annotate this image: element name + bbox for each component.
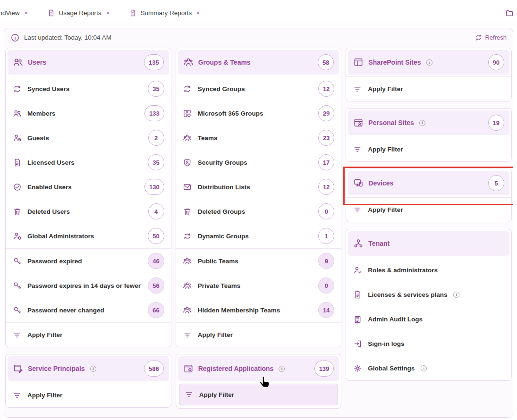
filter-icon — [184, 390, 194, 399]
refresh-button[interactable]: Refresh — [475, 34, 507, 41]
users-icon — [13, 57, 23, 67]
list-item[interactable]: Admin Audit Logs — [346, 307, 511, 331]
tab-summary-reports[interactable]: Summary Reports — [129, 9, 200, 17]
column-1: Users135Synced Users35Members133Guests2L… — [5, 48, 171, 409]
list-item[interactable]: Global Administrators50 — [6, 224, 171, 248]
list-item[interactable]: Licensed Users35 — [6, 150, 171, 175]
filter-icon — [353, 206, 362, 214]
card-header-tenant[interactable]: Tenant — [348, 231, 509, 256]
list-item[interactable]: Deleted Groups0 — [176, 199, 341, 224]
list-item[interactable]: Password never changed66 — [6, 298, 171, 322]
gear-icon — [353, 364, 362, 373]
serviceprincipal-icon — [13, 363, 23, 374]
apply-filter-button[interactable]: Apply Filter — [6, 322, 171, 347]
item-label: Admin Audit Logs — [368, 316, 423, 323]
card-header-devices[interactable]: Devices5 — [348, 171, 509, 195]
card-header-personal-sites[interactable]: Personal Sitesi19 — [348, 110, 509, 135]
count-badge: 17 — [318, 154, 334, 170]
column-2: Groups & Teams58Synced Groups12Microsoft… — [176, 48, 342, 409]
card-header-registered-applications[interactable]: Registered Applicationsi139 — [178, 356, 339, 381]
card-header-service-principals[interactable]: Service Principalsi586 — [8, 356, 169, 381]
list-item[interactable]: Deleted Users4 — [6, 199, 171, 224]
apply-filter-button[interactable]: Apply Filter — [346, 76, 511, 101]
list-item[interactable]: Sign-in logs — [346, 331, 511, 356]
trash-icon — [12, 207, 22, 216]
tab-bar: GridView Usage Reports Summary Reports C — [0, 3, 517, 23]
list-item[interactable]: Enabled Users130 — [6, 175, 171, 199]
list-item[interactable]: Guests2 — [6, 126, 171, 150]
item-label: Microsoft 365 Groups — [198, 110, 263, 117]
card-title: Users — [28, 59, 46, 66]
list-item[interactable]: Password expires in 14 days or fewer56 — [6, 273, 171, 298]
card-title: Personal Sites — [368, 119, 414, 126]
count-badge: 66 — [148, 302, 164, 318]
license-icon — [353, 290, 362, 299]
card-header-users[interactable]: Users135 — [8, 50, 169, 75]
item-label: Synced Groups — [198, 85, 245, 92]
tab-gridview[interactable]: GridView — [0, 9, 27, 17]
list-item[interactable]: Microsoft 365 Groups29 — [176, 101, 341, 126]
list-item[interactable]: Dynamic Groups1 — [176, 224, 341, 248]
item-label: Password never changed — [27, 307, 104, 314]
group-icon — [183, 306, 192, 315]
list-item[interactable]: Licenses & services plansi — [346, 282, 511, 307]
list-item[interactable]: Teams23 — [176, 126, 341, 150]
apply-filter-button[interactable]: Apply Filter — [346, 137, 511, 161]
list-item[interactable]: Distribution Lists12 — [176, 175, 341, 199]
group-icon — [183, 57, 194, 67]
card-header-groups-teams[interactable]: Groups & Teams58 — [178, 50, 339, 75]
apply-filter-button[interactable]: Apply Filter — [6, 383, 171, 407]
count-badge: 133 — [144, 105, 164, 121]
filter-icon — [353, 85, 362, 93]
cards-area: Users135Synced Users35Members133Guests2L… — [4, 47, 513, 414]
card-service-principals: Service Principalsi586Apply Filter — [5, 354, 171, 408]
list-item[interactable]: Hidden Membership Teams14 — [176, 298, 341, 322]
list-item[interactable]: Synced Users35 — [6, 76, 171, 101]
trash-icon — [183, 207, 192, 216]
card-title: Service Principals — [28, 365, 85, 372]
apply-filter-button[interactable]: Apply Filter — [176, 322, 341, 347]
apply-filter-label: Apply Filter — [199, 391, 234, 398]
list-item[interactable]: Synced Groups12 — [176, 76, 341, 101]
item-label: Deleted Users — [27, 208, 70, 215]
tab-label: GridView — [0, 9, 20, 17]
info-icon[interactable]: i — [426, 59, 432, 66]
info-icon[interactable]: i — [279, 366, 285, 372]
card-header-sharepoint-sites[interactable]: SharePoint Sitesi90 — [348, 50, 509, 75]
card-section: Password expired46Password expires in 14… — [6, 248, 171, 322]
group-icon — [183, 281, 192, 290]
apply-filter-button[interactable]: Apply Filter — [179, 384, 339, 405]
tab-label: Usage Reports — [59, 9, 102, 17]
folder-icon — [505, 9, 514, 17]
people-icon — [12, 109, 22, 118]
list-item[interactable]: Public Teams9 — [176, 249, 341, 273]
info-icon[interactable]: i — [421, 365, 427, 371]
shield-icon — [183, 158, 192, 167]
card-devices: Devices5Apply Filter — [346, 168, 512, 222]
item-label: Dynamic Groups — [198, 233, 249, 240]
item-label: Security Groups — [198, 159, 247, 166]
tab-usage-reports[interactable]: Usage Reports — [47, 9, 109, 17]
list-item[interactable]: Security Groups17 — [176, 150, 341, 175]
list-item[interactable]: Password expired46 — [6, 249, 171, 273]
info-icon[interactable]: i — [90, 366, 96, 372]
card-groups-teams: Groups & Teams58Synced Groups12Microsoft… — [176, 48, 342, 347]
status-bar: Last updated: Today, 10:04 AM Refresh — [4, 28, 513, 47]
list-item[interactable]: Private Teams0 — [176, 273, 341, 298]
count-badge: 12 — [318, 81, 334, 97]
key-icon — [12, 257, 22, 266]
info-icon[interactable]: i — [419, 120, 425, 126]
card-title: Registered Applications — [198, 365, 274, 372]
info-icon[interactable]: i — [453, 292, 459, 298]
info-icon — [10, 33, 20, 42]
list-item[interactable]: Roles & administrators — [346, 258, 511, 282]
sync-icon — [183, 84, 192, 93]
signin-icon — [353, 339, 362, 348]
filter-icon — [183, 331, 192, 339]
apply-filter-button[interactable]: Apply Filter — [346, 197, 511, 222]
list-item[interactable]: Global Settingsi — [346, 356, 511, 380]
count-badge: 12 — [318, 179, 334, 195]
list-item[interactable]: Members133 — [6, 101, 171, 126]
tab-truncated-right[interactable]: C — [505, 9, 517, 17]
item-label: Private Teams — [198, 282, 241, 289]
